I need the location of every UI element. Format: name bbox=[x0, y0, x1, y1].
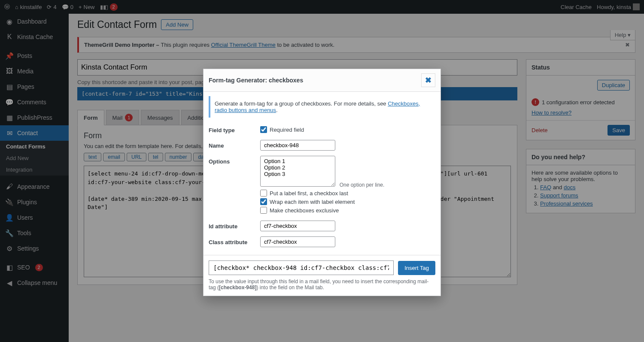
class-input[interactable] bbox=[260, 236, 335, 247]
close-icon[interactable]: ✖ bbox=[421, 73, 435, 87]
id-input[interactable] bbox=[260, 221, 335, 231]
name-input[interactable] bbox=[260, 140, 335, 151]
modal-footer-hint: To use the value input through this fiel… bbox=[209, 278, 435, 291]
insert-tag-button[interactable]: Insert Tag bbox=[398, 261, 435, 275]
label-first-checkbox[interactable] bbox=[260, 190, 267, 197]
tag-output-input[interactable] bbox=[209, 260, 394, 275]
label-class: Class attribute bbox=[209, 236, 260, 245]
wrap-label-checkbox[interactable] bbox=[260, 198, 267, 205]
modal-title: Form-tag Generator: checkboxes bbox=[209, 77, 303, 84]
label-id: Id attribute bbox=[209, 221, 260, 230]
label-field-type: Field type bbox=[209, 124, 260, 133]
options-textarea[interactable] bbox=[260, 156, 335, 187]
exclusive-checkbox[interactable] bbox=[260, 207, 267, 214]
label-name: Name bbox=[209, 140, 260, 149]
required-checkbox[interactable] bbox=[260, 126, 267, 133]
options-hint: One option per line. bbox=[340, 182, 385, 188]
required-label: Required field bbox=[270, 127, 304, 133]
modal-intro: Generate a form-tag for a group of check… bbox=[209, 96, 435, 118]
label-options: Options bbox=[209, 156, 260, 165]
form-tag-modal: Form-tag Generator: checkboxes ✖ Generat… bbox=[203, 69, 441, 296]
